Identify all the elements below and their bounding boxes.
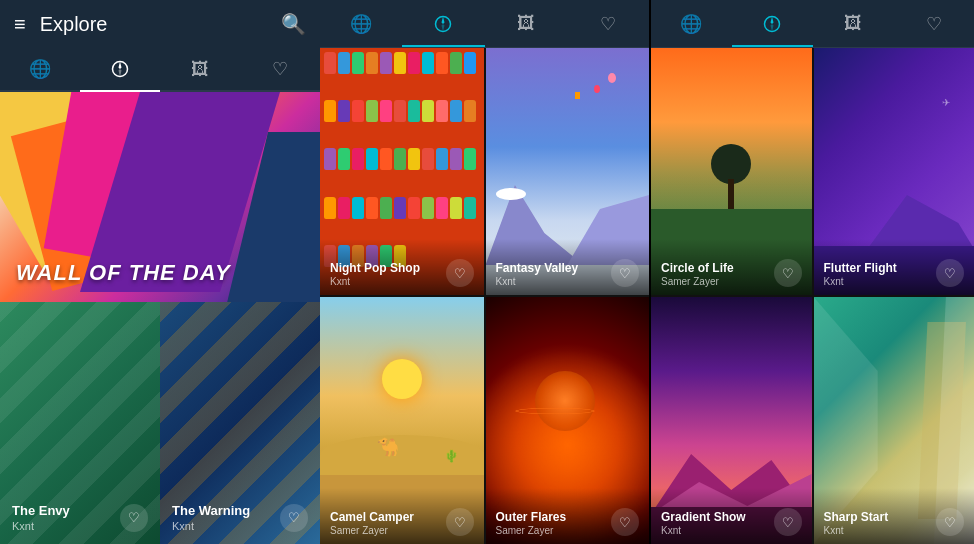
flutter-plane: ✈ xyxy=(942,97,950,108)
bottom-cards: The Envy Kxnt ♡ The Warning Kxnt ♡ xyxy=(0,302,320,544)
card-sharp-start[interactable]: Sharp Start Kxnt ♡ xyxy=(814,297,975,544)
card-flutter-flight[interactable]: ✈ Flutter Flight Kxnt ♡ xyxy=(814,48,975,295)
tab-heart-left[interactable]: ♡ xyxy=(240,48,320,90)
wall-of-day[interactable]: WALL OF THE DAY xyxy=(0,92,320,302)
cactus: 🌵 xyxy=(444,449,459,463)
sharp-start-text: Sharp Start Kxnt xyxy=(824,510,889,536)
circle-life-text: Circle of Life Samer Zayer xyxy=(661,261,734,287)
outer-flares-title: Outer Flares xyxy=(496,510,567,524)
fantasy-title: Fantasy Valley xyxy=(496,261,579,275)
sharp-start-author: Kxnt xyxy=(824,525,889,536)
warning-author: Kxnt xyxy=(172,520,250,532)
camel-sun xyxy=(382,359,422,399)
circle-life-heart[interactable]: ♡ xyxy=(774,259,802,287)
night-pop-title: Night Pop Shop xyxy=(330,261,420,275)
envy-title: The Envy xyxy=(12,503,70,518)
gradient-show-author: Kxnt xyxy=(661,525,746,536)
app-title: Explore xyxy=(40,13,281,36)
right-grid: Circle of Life Samer Zayer ♡ ✈ Flutter F… xyxy=(651,48,974,544)
fantasy-info: Fantasy Valley Kxnt ♡ xyxy=(486,239,650,295)
circle-life-title: Circle of Life xyxy=(661,261,734,275)
fantasy-text: Fantasy Valley Kxnt xyxy=(496,261,579,287)
envy-author: Kxnt xyxy=(12,520,70,532)
mid-tab-image[interactable]: 🖼 xyxy=(485,0,567,47)
camel-silhouette: 🐪 xyxy=(377,436,399,458)
flutter-info: Flutter Flight Kxnt ♡ xyxy=(814,239,975,295)
warning-heart-btn[interactable]: ♡ xyxy=(280,504,308,532)
card-circle-life[interactable]: Circle of Life Samer Zayer ♡ xyxy=(651,48,812,295)
balloon-3 xyxy=(575,92,580,99)
warning-info: The Warning Kxnt ♡ xyxy=(172,503,308,532)
mid-tab-globe[interactable]: 🌐 xyxy=(320,0,402,47)
middle-grid: Night Pop Shop Kxnt ♡ Fantasy Valley Kxn… xyxy=(320,48,649,544)
card-camel-camper[interactable]: 🐪 🌵 Camel Camper Samer Zayer ♡ xyxy=(320,297,484,544)
outer-flares-text: Outer Flares Samer Zayer xyxy=(496,510,567,536)
night-pop-text: Night Pop Shop Kxnt xyxy=(330,261,420,287)
card-warning[interactable]: The Warning Kxnt ♡ xyxy=(160,302,320,544)
card-outer-flares[interactable]: Outer Flares Samer Zayer ♡ xyxy=(486,297,650,544)
tab-globe-left[interactable]: 🌐 xyxy=(0,48,80,90)
middle-nav: 🌐 🖼 ♡ xyxy=(320,0,649,48)
flutter-author: Kxnt xyxy=(824,276,897,287)
balloon-1 xyxy=(608,73,616,83)
top-bar: ≡ Explore 🔍 xyxy=(0,0,320,48)
gradient-show-title: Gradient Show xyxy=(661,510,746,524)
middle-panel: 🌐 🖼 ♡ xyxy=(320,0,649,544)
right-tab-globe[interactable]: 🌐 xyxy=(651,0,732,47)
outer-flares-heart[interactable]: ♡ xyxy=(611,508,639,536)
gradient-show-info: Gradient Show Kxnt ♡ xyxy=(651,488,812,544)
svg-marker-5 xyxy=(442,24,445,32)
svg-marker-2 xyxy=(119,69,122,77)
card-gradient-show[interactable]: Gradient Show Kxnt ♡ xyxy=(651,297,812,544)
gradient-show-text: Gradient Show Kxnt xyxy=(661,510,746,536)
tree-trunk xyxy=(728,179,734,209)
hamburger-icon[interactable]: ≡ xyxy=(14,13,26,36)
life-tree xyxy=(711,144,751,209)
tab-compass-left[interactable] xyxy=(80,48,160,90)
tree-canopy xyxy=(711,144,751,184)
gradient-show-heart[interactable]: ♡ xyxy=(774,508,802,536)
fantasy-author: Kxnt xyxy=(496,276,579,287)
outer-flares-author: Samer Zayer xyxy=(496,525,567,536)
right-nav: 🌐 🖼 ♡ xyxy=(651,0,974,48)
envy-text: The Envy Kxnt xyxy=(12,503,70,532)
svg-marker-8 xyxy=(771,24,774,32)
night-pop-author: Kxnt xyxy=(330,276,420,287)
left-panel: ≡ Explore 🔍 🌐 🖼 ♡ WALL OF THE DAY The En… xyxy=(0,0,320,544)
card-envy[interactable]: The Envy Kxnt ♡ xyxy=(0,302,160,544)
envy-info: The Envy Kxnt ♡ xyxy=(12,503,148,532)
warning-title: The Warning xyxy=(172,503,250,518)
mid-tab-compass[interactable] xyxy=(402,0,484,47)
wall-of-day-label: WALL OF THE DAY xyxy=(16,260,231,286)
right-tab-heart[interactable]: ♡ xyxy=(893,0,974,47)
right-tab-image[interactable]: 🖼 xyxy=(813,0,894,47)
card-fantasy-valley[interactable]: Fantasy Valley Kxnt ♡ xyxy=(486,48,650,295)
camel-author: Samer Zayer xyxy=(330,525,414,536)
balloon-2 xyxy=(594,85,600,93)
search-icon[interactable]: 🔍 xyxy=(281,12,306,36)
fantasy-heart[interactable]: ♡ xyxy=(611,259,639,287)
camel-heart[interactable]: ♡ xyxy=(446,508,474,536)
right-panel: 🌐 🖼 ♡ Circle of Life Samer Zayer ♡ xyxy=(649,0,974,544)
outer-flares-info: Outer Flares Samer Zayer ♡ xyxy=(486,488,650,544)
envy-heart-btn[interactable]: ♡ xyxy=(120,504,148,532)
svg-marker-4 xyxy=(442,16,445,24)
circle-life-info: Circle of Life Samer Zayer ♡ xyxy=(651,239,812,295)
left-nav-tabs: 🌐 🖼 ♡ xyxy=(0,48,320,92)
tab-image-left[interactable]: 🖼 xyxy=(160,48,240,90)
card-night-pop[interactable]: Night Pop Shop Kxnt ♡ xyxy=(320,48,484,295)
fantasy-snow xyxy=(496,188,526,200)
night-pop-heart[interactable]: ♡ xyxy=(446,259,474,287)
flutter-title: Flutter Flight xyxy=(824,261,897,275)
flutter-text: Flutter Flight Kxnt xyxy=(824,261,897,287)
mid-tab-heart[interactable]: ♡ xyxy=(567,0,649,47)
sharp-start-title: Sharp Start xyxy=(824,510,889,524)
sharp-start-info: Sharp Start Kxnt ♡ xyxy=(814,488,975,544)
sharp-start-heart[interactable]: ♡ xyxy=(936,508,964,536)
right-tab-compass[interactable] xyxy=(732,0,813,47)
flutter-heart[interactable]: ♡ xyxy=(936,259,964,287)
camel-title: Camel Camper xyxy=(330,510,414,524)
camel-text: Camel Camper Samer Zayer xyxy=(330,510,414,536)
svg-marker-1 xyxy=(119,62,122,70)
circle-life-author: Samer Zayer xyxy=(661,276,734,287)
